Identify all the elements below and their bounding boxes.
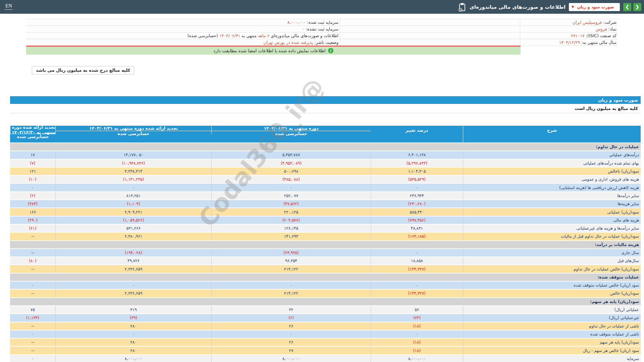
- cell-value: (۱,۰۵۹,۵۲۶): [55, 217, 211, 224]
- info-label: اطلاعات و صورت‌های مالی میاندوره‌ای: [271, 33, 338, 38]
- cell-value: ۵۰۰,۶۹۸: [211, 168, 371, 175]
- section-label: عملیات در حال تداوم:: [10, 143, 641, 150]
- prev-button[interactable]: ❮: [633, 3, 641, 11]
- cell-value: (۶): [211, 314, 371, 321]
- cell-value: ۱۲۶,۱۴۵: [211, 225, 371, 232]
- cell-value: ۲۴۶,۹۴۴: [371, 192, 463, 199]
- section-row: سود(زیان) پایه هر سهم:: [10, 298, 641, 305]
- cell-value: ۸۱۳,۲۵۱: [55, 192, 211, 199]
- table-row: سرمایه۸,۰۰۰,۰۰۰۸,۰۰۰,۰۰۰۸,۰۰۰,۰۰۰۰: [10, 355, 641, 362]
- cell-value: ۳,۲۳۸,۳۱۴: [55, 168, 211, 175]
- table-header: شرح دوره منتهی به ۱۴۰۴/۰۶/۳۱ حسابرسی شده…: [10, 126, 641, 142]
- cell-value: ۱,۱۰۴,۳۰۵: [371, 168, 463, 175]
- clipboard-icon: [458, 2, 466, 12]
- section-label: عملیات متوقف شده:: [10, 274, 641, 281]
- cell-value: ۸,۰۰۰,۰۰۰: [371, 355, 463, 362]
- table-row: سایر درآمدها و هزینه های غیرعملیاتی۴۸,۸۳…: [10, 225, 641, 232]
- cell-value: ۶,۴۰۱,۱۳۸: [371, 151, 463, 159]
- info-row: شرکت:فروسیلیس ایرانسرمایه ثبت شده:۸,۰۰۰,…: [26, 19, 618, 26]
- cell-value: ۲,۹۰۹,۲۲۱: [55, 208, 211, 216]
- cell-value: (۲): [10, 192, 55, 199]
- cell-value: ۰: [55, 330, 211, 338]
- cell-value: (۴۸۵,۰۸۸): [211, 176, 371, 183]
- table-body: عملیات در حال تداوم:درآمدهاي عملياتي۶,۴۰…: [10, 143, 641, 362]
- info-label: (حسابرسی شده): [187, 33, 218, 38]
- info-cell-right: کد صنعت (ISIC):۲۷۱۰۱۷: [520, 33, 618, 39]
- table-row: سود(زیان) ناخالص۱,۱۰۴,۳۰۵۵۰۰,۶۹۸۳,۲۳۸,۳۱…: [10, 168, 641, 175]
- info-value: ۰: [302, 26, 305, 32]
- info-value: ۸,۰۰۰,۰۰۰: [287, 20, 306, 25]
- cell-value: (۱,۱۴۱,۲۳۵): [55, 176, 211, 183]
- cell-value: (۱۹۴,۰۲۸): [55, 249, 211, 256]
- table-row: هزینه کاهش ارزش دریافتنی ها (هزینه استثن…: [10, 184, 641, 191]
- info-cell-right: سال مالی منتهی به:۱۴۰۴/۱۲/۲۹: [520, 39, 618, 46]
- cell-value: (۱۸): [371, 347, 463, 354]
- cell-value: ۰: [371, 184, 463, 191]
- info-label: سرمایه ثبت شده:: [307, 20, 338, 25]
- cell-value: ۱۷: [10, 151, 55, 159]
- info-label: منتهی به: [241, 33, 257, 38]
- cell-value: ۴۸,۸۳۱: [371, 225, 463, 232]
- audited-subheader: حسابرسی شده: [212, 131, 371, 136]
- cell-value: (۱,۱۰۹): [55, 200, 211, 207]
- topbar-controls: ❮ ❯ صورت سود و زیان ▼ اطلاعات و صورت‌های…: [458, 0, 641, 14]
- cell-value: (۶۱): [10, 225, 55, 232]
- cell-value: (۱۴۴,۳۲۷): [371, 290, 463, 297]
- cell-value: ۰: [10, 355, 55, 362]
- cell-value: ۲۶: [211, 322, 371, 330]
- period-title: دوره منتهی به ۱۴۰۴/۰۶/۳۱: [212, 126, 371, 131]
- info-cell-left: وضعیت ناشر:پذیرفته شده در بورس تهران: [26, 39, 340, 46]
- cell-value: ۱۲۱: [10, 168, 55, 175]
- info-icon: i: [328, 48, 333, 53]
- section-label: سود(زیان) پایه هر سهم:: [10, 298, 641, 305]
- cell-value: ۰: [55, 184, 211, 191]
- row-label: سود(زیان) ناخالص: [463, 168, 641, 175]
- cell-value: (۸۰): [10, 257, 55, 264]
- info-cell-spacer: [340, 26, 520, 32]
- table-row: سود (زیان) خالص عملیات متوقف شده۰۰۰۰: [10, 282, 641, 289]
- period-col-header-restated-mid: تجدید ارائه شده دوره منتهی به ۱۴۰۳/۰۶/۳۱…: [55, 126, 211, 134]
- row-label: سایر درآمدها و هزینه های غیرعملیاتی: [463, 225, 641, 232]
- row-label: سود (زیان) خالص هر سهم - ریال: [463, 347, 641, 354]
- row-label: سود(زیان) عملیات در حال تداوم قبل از مال…: [463, 233, 641, 240]
- info-label: وضعیت ناشر:: [314, 40, 338, 45]
- cell-value: (۱۴۴,۳۲۷): [371, 265, 463, 273]
- info-value: ۱۴۰۴/۱۲/۲۹: [559, 40, 580, 45]
- table-row: هزینه های مالی(۷۹۷,۴۵۶)(۲۰۴,۵۷۷)(۱,۰۵۹,۵…: [10, 217, 641, 224]
- info-row: کد صنعت (ISIC):۲۷۱۰۱۷اطلاعات و صورت‌های …: [26, 33, 618, 39]
- row-label: بهای تمام شده درآمدهای عملیاتی: [463, 160, 641, 167]
- section-label: هزینه مالیات بر درآمد:: [10, 241, 641, 248]
- table-row: سال‌های قبل۱۸,۸۵۸۹۶,۳۵۴۴۹,۷۲۶(۸۰): [10, 257, 641, 264]
- table-row: هزینه های فروش، اداری و عمومی(۵۳۵,۵۲۹)(۴…: [10, 176, 641, 183]
- financial-table: شرح دوره منتهی به ۱۴۰۴/۰۶/۳۱ حسابرسی شده…: [10, 126, 641, 362]
- language-link[interactable]: EN: [5, 3, 13, 10]
- row-label: ناشی از عملیات در حال تداوم: [463, 322, 641, 330]
- row-label: سود(زیان) خالص عملیات در حال تداوم: [463, 265, 641, 273]
- info-value: ۱۴۰۴/۰۶/۳۱: [219, 33, 240, 38]
- cell-value: (۱۶۳,۱۸۵): [371, 233, 463, 240]
- audited-subheader: حسابرسی شده: [56, 131, 211, 136]
- info-label: سرمایه ثبت نشده:: [306, 26, 338, 32]
- cell-value: --: [10, 233, 55, 240]
- period-col-header-restated-annual: تجدید ارائه شده دوره منتهی به ۱۴۰۳/۱۲/۳۰…: [10, 126, 55, 134]
- cell-value: ۰: [10, 330, 55, 338]
- company-info-table: شرکت:فروسیلیس ایرانسرمایه ثبت شده:۸,۰۰۰,…: [26, 19, 618, 46]
- cell-value: --: [10, 265, 55, 273]
- row-label: سرمایه: [463, 355, 641, 362]
- next-button[interactable]: ❯: [623, 3, 631, 11]
- row-label: سال جاری: [463, 249, 641, 256]
- statement-select[interactable]: صورت سود و زیان ▼: [569, 3, 620, 11]
- cell-value: ۳۲: [211, 306, 371, 313]
- info-value: پذیرفته شده در بورس تهران: [263, 40, 313, 45]
- row-label: سایر هزینه‌ها: [463, 200, 641, 207]
- col-desc-header: شرح: [463, 126, 641, 142]
- change-col-header: درصد تغییر: [371, 126, 463, 142]
- cell-value: (۵,۲۹۶,۸۳۳): [371, 160, 463, 167]
- info-value: فروسیلیس ایران: [573, 20, 602, 25]
- table-row: عملیاتي (ریال)۵۶۳۲۳۱۹۷۵: [10, 306, 641, 313]
- cell-value: ۰: [211, 282, 371, 289]
- info-row: نماد:فروسسرمایه ثبت نشده:۰: [26, 26, 618, 33]
- cell-value: (۳۹): [55, 314, 211, 321]
- info-cell-spacer: [340, 33, 520, 39]
- topbar: EN ❮ ❯ صورت سود و زیان ▼ اطلاعات و صورت‌…: [0, 0, 644, 14]
